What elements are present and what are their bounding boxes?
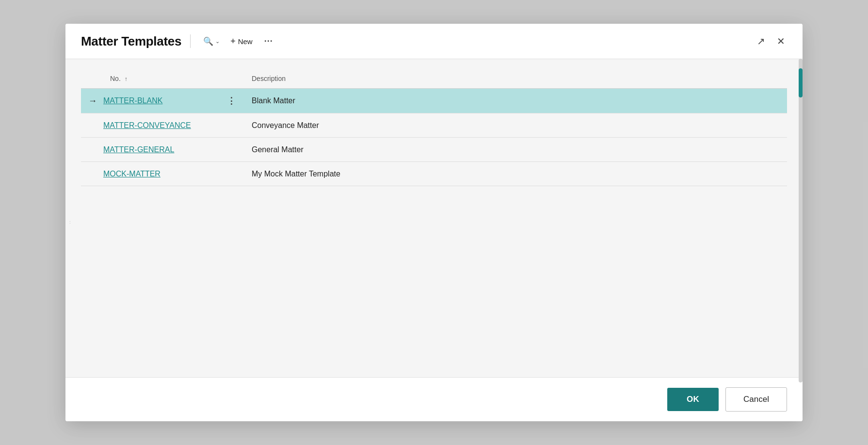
modal-title: Matter Templates — [81, 34, 181, 49]
col-desc-header: Description — [246, 71, 787, 89]
row-description: Blank Matter — [246, 89, 787, 113]
new-button-label: New — [238, 37, 253, 46]
ok-button[interactable]: OK — [667, 388, 719, 411]
header-right-actions: ↗ ✕ — [753, 32, 789, 50]
table-row[interactable]: →MOCK-MATTERMy Mock Matter Template — [81, 162, 787, 186]
row-context-menu-icon[interactable]: ⋮ — [223, 95, 240, 106]
expand-button[interactable]: ↗ — [753, 32, 769, 50]
scroll-thumb — [799, 68, 803, 97]
table-row[interactable]: →MATTER-CONVEYANCEConveyance Matter — [81, 113, 787, 138]
left-dots-decoration: ·· — [67, 221, 73, 224]
scrollbar[interactable] — [799, 59, 803, 382]
header-divider — [190, 34, 191, 48]
new-button[interactable]: + New — [225, 33, 257, 49]
col-no-header: No. ↑ — [81, 71, 246, 89]
row-no-link[interactable]: MOCK-MATTER — [103, 170, 161, 178]
row-description: Conveyance Matter — [246, 113, 787, 138]
matter-templates-modal: ·· Matter Templates 🔍 ⌄ + New ··· — [65, 24, 803, 421]
modal-body: No. ↑ Description →MATTER-BLANK⋮Blank Ma… — [65, 59, 803, 377]
row-arrow-icon: → — [87, 96, 98, 106]
header-actions: 🔍 ⌄ + New ··· — [199, 33, 278, 49]
modal-header: Matter Templates 🔍 ⌄ + New ··· ↗ — [65, 24, 803, 59]
modal-overlay: ·· Matter Templates 🔍 ⌄ + New ··· — [0, 0, 868, 445]
matter-templates-table: No. ↑ Description →MATTER-BLANK⋮Blank Ma… — [81, 71, 787, 186]
expand-icon: ↗ — [757, 35, 765, 47]
modal-footer: OK Cancel — [65, 377, 803, 421]
more-icon: ··· — [264, 36, 273, 46]
search-button[interactable]: 🔍 ⌄ — [199, 33, 224, 49]
search-icon: 🔍 — [203, 36, 213, 47]
row-no-link[interactable]: MATTER-CONVEYANCE — [103, 121, 191, 130]
sort-arrow-icon: ↑ — [125, 76, 128, 82]
table-body: →MATTER-BLANK⋮Blank Matter→MATTER-CONVEY… — [81, 89, 787, 186]
table-container: No. ↑ Description →MATTER-BLANK⋮Blank Ma… — [65, 59, 803, 377]
table-header-row: No. ↑ Description — [81, 71, 787, 89]
cancel-button[interactable]: Cancel — [725, 387, 787, 412]
close-icon: ✕ — [777, 35, 785, 47]
close-button[interactable]: ✕ — [773, 32, 789, 50]
chevron-down-icon: ⌄ — [215, 38, 220, 45]
plus-icon: + — [230, 36, 236, 47]
table-row[interactable]: →MATTER-BLANK⋮Blank Matter — [81, 89, 787, 113]
row-no-link[interactable]: MATTER-GENERAL — [103, 145, 174, 154]
row-description: General Matter — [246, 138, 787, 162]
row-no-link[interactable]: MATTER-BLANK — [103, 96, 162, 105]
table-row[interactable]: →MATTER-GENERALGeneral Matter — [81, 138, 787, 162]
more-options-button[interactable]: ··· — [259, 33, 278, 49]
row-description: My Mock Matter Template — [246, 162, 787, 186]
